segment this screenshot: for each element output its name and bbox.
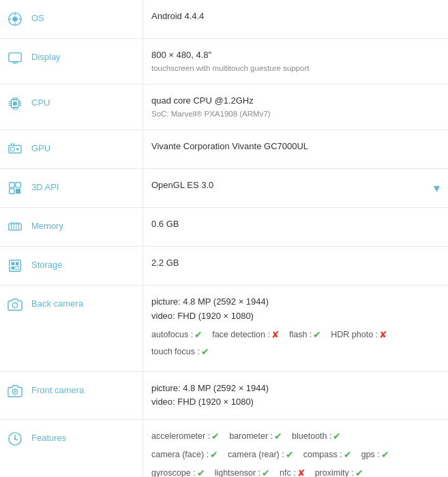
accelerometer-feature: accelerometer : ✔: [151, 429, 220, 444]
row-storage: Storage 2.2 GB: [0, 247, 448, 286]
svg-rect-20: [11, 147, 14, 151]
svg-rect-2: [9, 53, 21, 62]
gpu-label: GPU: [31, 140, 50, 153]
autofocus-check-icon: ✔: [194, 328, 203, 342]
display-icon: [5, 48, 25, 67]
value-front-camera: picture: 4.8 MP (2592 × 1944) video: FHD…: [143, 372, 448, 420]
face-detection-feature: face detection : ✘: [212, 328, 280, 342]
label-storage: Storage: [0, 247, 143, 285]
hdr-cross-icon: ✘: [379, 328, 387, 342]
label-front-camera: Front camera: [0, 372, 143, 420]
back-camera-icon: [5, 295, 25, 314]
device-specs-table: OS Android 4.4.4 Display 800 × 480, 4.8"…: [0, 0, 448, 477]
row-gpu: GPU Vivante Corporation Vivante GC7000UL: [0, 130, 448, 169]
gpu-icon: [5, 140, 25, 159]
back-camera-label: Back camera: [31, 295, 83, 309]
label-3dapi: 3D API: [0, 169, 143, 207]
value-3dapi: OpenGL ES 3.0 ▾: [143, 169, 448, 207]
cpu-icon: [5, 94, 25, 113]
svg-rect-25: [16, 183, 20, 187]
svg-point-1: [12, 16, 17, 21]
label-features: Features: [0, 420, 143, 477]
row-cpu: CPU quad core CPU @1.2GHz SoC: Marvell® …: [0, 84, 448, 130]
camera-rear-check-icon: ✔: [286, 448, 294, 462]
value-back-camera: picture: 4.8 MP (2592 × 1944) video: FHD…: [143, 286, 448, 371]
barometer-feature: barometer : ✔: [229, 429, 282, 444]
nfc-cross-icon: ✘: [297, 466, 305, 477]
os-icon: [5, 10, 25, 29]
svg-point-42: [12, 303, 17, 307]
display-value-main: 800 × 480, 4.8": [151, 48, 440, 63]
bluetooth-check-icon: ✔: [333, 429, 341, 444]
compass-check-icon: ✔: [344, 448, 352, 462]
row-3dapi: 3D API OpenGL ES 3.0 ▾: [0, 169, 448, 208]
face-detection-cross-icon: ✘: [271, 328, 280, 342]
back-camera-value-main: picture: 4.8 MP (2592 × 1944): [151, 295, 440, 309]
row-front-camera: Front camera picture: 4.8 MP (2592 × 194…: [0, 372, 448, 420]
value-gpu: Vivante Corporation Vivante GC7000UL: [143, 130, 448, 168]
gpu-value: Vivante Corporation Vivante GC7000UL: [151, 140, 440, 154]
camera-face-feature: camera (face) : ✔: [151, 448, 218, 462]
hdr-photo-feature: HDR photo : ✘: [331, 328, 387, 342]
flash-feature: flash : ✔: [289, 328, 321, 342]
features-line-1: accelerometer : ✔ barometer : ✔ bluetoot…: [151, 429, 440, 444]
back-camera-features-line1: autofocus : ✔ face detection : ✘ flash :…: [151, 328, 440, 342]
label-display: Display: [0, 39, 143, 84]
proximity-check-icon: ✔: [355, 466, 363, 477]
front-camera-icon: [5, 382, 25, 401]
front-camera-label: Front camera: [31, 382, 84, 395]
3dapi-icon: [5, 179, 25, 198]
label-cpu: CPU: [0, 84, 143, 129]
gyroscope-check-icon: ✔: [197, 466, 205, 477]
svg-rect-40: [12, 266, 15, 270]
3dapi-label: 3D API: [31, 179, 59, 192]
label-os: OS: [0, 0, 143, 38]
row-back-camera: Back camera picture: 4.8 MP (2592 × 1944…: [0, 286, 448, 372]
svg-rect-26: [10, 189, 14, 194]
cpu-label: CPU: [31, 94, 50, 108]
value-display: 800 × 480, 4.8" touchscreen with multito…: [143, 39, 448, 84]
autofocus-feature: autofocus : ✔: [151, 328, 203, 342]
lightsensor-check-icon: ✔: [262, 466, 270, 477]
dropdown-arrow-icon[interactable]: ▾: [434, 179, 440, 198]
storage-label: Storage: [31, 256, 63, 270]
features-line-2: camera (face) : ✔ camera (rear) : ✔ comp…: [151, 448, 440, 462]
display-value-sub: touchscreen with multitouch guesture sup…: [151, 63, 440, 74]
bluetooth-feature: bluetooth : ✔: [292, 429, 341, 444]
value-cpu: quad core CPU @1.2GHz SoC: Marvell® PXA1…: [143, 84, 448, 129]
compass-feature: compass : ✔: [303, 448, 352, 462]
features-line-3: gyroscope : ✔ lightsensor : ✔ nfc : ✘ pr…: [151, 466, 440, 477]
touch-focus-feature: touch focus : ✔: [151, 345, 209, 359]
barometer-check-icon: ✔: [274, 429, 282, 444]
lightsensor-feature: lightsensor : ✔: [215, 466, 270, 477]
svg-point-44: [14, 390, 16, 393]
camera-face-check-icon: ✔: [210, 448, 218, 462]
svg-rect-27: [16, 189, 20, 194]
back-camera-value-line2: video: FHD (1920 × 1080): [151, 309, 440, 324]
memory-icon: [5, 217, 25, 236]
cpu-value-sub: SoC: Marvell® PXA1908 (ARMv7): [151, 108, 440, 120]
gps-check-icon: ✔: [381, 448, 389, 462]
svg-rect-24: [10, 183, 14, 187]
cpu-value-main: quad core CPU @1.2GHz: [151, 94, 440, 108]
front-camera-value-main: picture: 4.8 MP (2592 × 1944): [151, 382, 440, 396]
back-camera-features-line2: touch focus : ✔: [151, 345, 440, 359]
svg-point-21: [16, 148, 19, 151]
svg-rect-28: [9, 224, 21, 230]
os-value: Android 4.4.4: [151, 10, 440, 24]
display-label: Display: [31, 48, 61, 62]
gps-feature: gps : ✔: [361, 448, 389, 462]
memory-value: 0.6 GB: [151, 217, 440, 232]
row-features: Features accelerometer : ✔ barometer : ✔…: [0, 420, 448, 477]
row-memory: Memory 0.6 GB: [0, 208, 448, 247]
touch-focus-check-icon: ✔: [201, 345, 209, 359]
nfc-feature: nfc : ✘: [280, 466, 305, 477]
os-label: OS: [31, 10, 44, 23]
row-os: OS Android 4.4.4: [0, 0, 448, 39]
flash-check-icon: ✔: [313, 328, 321, 342]
accelerometer-check-icon: ✔: [211, 429, 220, 444]
camera-rear-feature: camera (rear) : ✔: [228, 448, 294, 462]
label-back-camera: Back camera: [0, 286, 143, 371]
value-os: Android 4.4.4: [143, 0, 448, 38]
row-display: Display 800 × 480, 4.8" touchscreen with…: [0, 39, 448, 84]
